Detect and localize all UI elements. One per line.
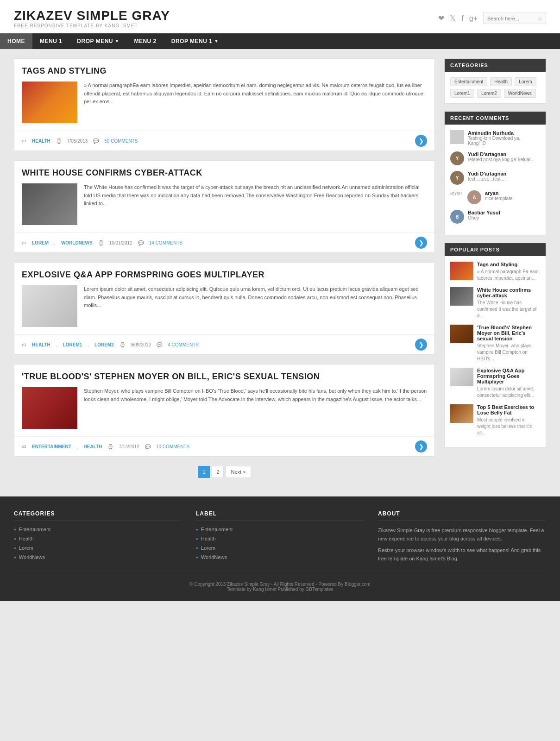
footer-cat-lorem[interactable]: ● Lorem	[14, 545, 182, 551]
header-icons: ❤ 𝕏 f g+ ⌕	[438, 13, 546, 24]
popular-img-1	[450, 262, 473, 280]
article-3-tag3[interactable]: LOREM2	[94, 342, 114, 347]
footer-label-lorem[interactable]: ● Lorem	[196, 545, 364, 551]
article-2-date: 10/01/2012	[109, 240, 132, 245]
comment-name-yudi2: Yudi D'artagnan	[468, 171, 506, 176]
footer-label-worldnews[interactable]: ● WorldNews	[196, 554, 364, 560]
footer-template-credit: Template by Kang Ismet Published by GBTe…	[14, 587, 546, 592]
article-1-readmore[interactable]: ❯	[415, 135, 427, 147]
sidebar-comments-title: RECENT COMMENTS	[445, 112, 546, 125]
cat-tag-entertainment[interactable]: Entertainment	[450, 77, 487, 86]
search-button[interactable]: ⌕	[538, 15, 542, 22]
sidebar-recent-comments: RECENT COMMENTS Aminudin Nurhuda Testing…	[444, 111, 546, 235]
search-box: ⌕	[483, 13, 546, 24]
article-3-comment-icon: 💬	[157, 342, 162, 347]
article-3-image	[22, 285, 77, 327]
footer-col-about: ABOUT Zikazev Simple Gray is free premiu…	[378, 510, 546, 566]
footer-label-title: LABEL	[196, 510, 364, 521]
popular-title-4[interactable]: Explosive Q&A App Formspring Goes Multip…	[477, 368, 540, 384]
comment-name-aryan: aryan	[485, 190, 512, 196]
cat-tag-lorem2[interactable]: Lorem2	[477, 89, 501, 98]
article-1-tag[interactable]: HEALTH	[32, 138, 50, 144]
comment-item-3: Y Yudi D'artagnan test....test....test..…	[450, 171, 540, 185]
pinterest-icon[interactable]: ❤	[438, 14, 444, 23]
footer-col-label: LABEL ● Entertainment ● Health ● Lorem ●…	[196, 510, 364, 566]
nav-item-home[interactable]: HOME	[0, 33, 32, 49]
footer-label-health[interactable]: ● Health	[196, 536, 364, 541]
popular-item-1: Tags and Styling » A normal paragraph Ea…	[450, 262, 540, 282]
nav-item-dropmenu1[interactable]: DROP MENU 1 ▼	[164, 33, 226, 49]
cat-tag-health[interactable]: Health	[490, 77, 512, 86]
article-4-comment-icon: 💬	[145, 444, 151, 449]
bullet-icon-4: ●	[14, 555, 16, 559]
article-4-text: Stephen Moyer, who plays vampire Bill Co…	[84, 387, 427, 429]
page-1-button[interactable]: 1	[198, 466, 210, 478]
comment-aryan-label: aryan	[450, 190, 462, 195]
popular-title-1[interactable]: Tags and Styling	[477, 262, 540, 267]
bullet-icon: ●	[14, 527, 16, 532]
cat-tag-lorem1[interactable]: Lorem1	[450, 89, 474, 98]
popular-title-3[interactable]: 'True Blood's' Stephen Moyer on Bill, Er…	[477, 325, 540, 341]
article-2-readmore[interactable]: ❯	[415, 237, 427, 249]
article-4-date: 7/13/2012	[119, 444, 139, 449]
popular-item-4: Explosive Q&A App Formspring Goes Multip…	[450, 368, 540, 399]
article-3-comments: 4 COMMENTS	[168, 342, 199, 347]
article-4-tag1[interactable]: ENTERTAINMENT	[32, 444, 71, 449]
article-3-date: 9/09/2012	[131, 342, 151, 347]
page-2-button[interactable]: 2	[212, 466, 224, 478]
main-container: TAGS AND STYLING » A normal paragraphEa …	[0, 49, 560, 496]
popular-title-2[interactable]: White House confirms cyber-attack	[477, 287, 540, 298]
comment-item-2: Y Yudi D'artagnan related post nya kog g…	[450, 151, 540, 165]
content-area: TAGS AND STYLING » A normal paragraphEa …	[14, 58, 435, 487]
article-3-tag1[interactable]: HEALTH	[32, 342, 50, 347]
popular-text-3: Stephen Moyer, who plays vampire Bill Co…	[477, 343, 540, 362]
article-2-tag2[interactable]: WORLDNEWS	[61, 240, 93, 245]
article-3-readmore[interactable]: ❯	[415, 339, 427, 351]
comment-avatar-aminudin	[450, 130, 464, 144]
article-2-tag1[interactable]: LOREM	[32, 240, 49, 245]
article-4: 'TRUE BLOOD'S' STEPHEN MOYER ON BILL, ER…	[14, 364, 435, 457]
popular-title-5[interactable]: Top 5 Best Exercises to Lose Belly Fat	[477, 404, 540, 415]
header: ZIKAZEV SIMPLE GRAY FREE RESPONSIVE TEMP…	[0, 0, 560, 33]
tag-icon-2: 🏷	[22, 240, 26, 245]
article-4-image	[22, 387, 77, 429]
page-next-button[interactable]: Next >	[226, 466, 251, 478]
article-2-title: WHITE HOUSE CONFIRMS CYBER-ATTACK	[22, 168, 427, 178]
footer-about-text2: Resize your browser window's width to se…	[378, 546, 546, 563]
categories-tags: Entertainment Health Lorem Lorem1 Lorem2…	[450, 77, 540, 98]
comments-list: Aminudin Nurhuda Testing-izin Download y…	[445, 125, 546, 235]
bullet-icon-8: ●	[196, 555, 198, 559]
article-4-footer: 🏷 ENTERTAINMENT, HEALTH ⌚ 7/13/2012 💬 10…	[14, 436, 434, 456]
search-input[interactable]	[487, 16, 538, 21]
sidebar-categories: CATEGORIES Entertainment Health Lorem Lo…	[444, 58, 546, 104]
article-4-tag2[interactable]: HEALTH	[84, 444, 102, 449]
nav-item-menu1[interactable]: MENU 1	[32, 33, 69, 49]
cat-tag-worldnews[interactable]: WorldNews	[504, 89, 536, 98]
pagination: 1 2 Next >	[14, 466, 435, 478]
nav-item-menu2[interactable]: MENU 2	[126, 33, 164, 49]
cat-tag-lorem[interactable]: Lorem	[515, 77, 536, 86]
bullet-icon-3: ●	[14, 546, 16, 550]
article-4-date-icon: ⌚	[107, 444, 113, 449]
googleplus-icon[interactable]: g+	[469, 14, 478, 23]
site-title: ZIKAZEV SIMPLE GRAY	[14, 8, 170, 23]
bullet-icon-2: ●	[14, 537, 16, 541]
article-3: EXPLOSIVE Q&A APP FORMSPRING GOES MULTIP…	[14, 262, 435, 355]
article-4-readmore[interactable]: ❯	[415, 440, 427, 452]
article-3-title: EXPLOSIVE Q&A APP FORMSPRING GOES MULTIP…	[22, 270, 427, 280]
twitter-icon[interactable]: 𝕏	[450, 14, 456, 23]
footer-cat-health[interactable]: ● Health	[14, 536, 182, 541]
article-3-tag2[interactable]: LOREM1	[63, 342, 82, 347]
footer-cat-worldnews[interactable]: ● WorldNews	[14, 554, 182, 560]
comment-item-1: Aminudin Nurhuda Testing-izin Download y…	[450, 130, 540, 146]
footer-label-entertainment[interactable]: ● Entertainment	[196, 527, 364, 532]
sidebar-popular-title: Popular Posts	[445, 243, 546, 256]
footer: CATEGORIES ● Entertainment ● Health ● Lo…	[0, 496, 560, 601]
footer-categories-title: CATEGORIES	[14, 510, 182, 521]
dropmenu-arrow: ▼	[115, 39, 119, 44]
footer-cat-entertainment[interactable]: ● Entertainment	[14, 527, 182, 532]
article-2-footer: 🏷 LOREM, WORLDNEWS ⌚ 10/01/2012 💬 14 COM…	[14, 232, 434, 252]
facebook-icon[interactable]: f	[461, 14, 463, 23]
article-1-comments: 50 COMMENTS	[104, 138, 138, 144]
nav-item-dropmenu[interactable]: DROP MENU ▼	[69, 33, 126, 49]
